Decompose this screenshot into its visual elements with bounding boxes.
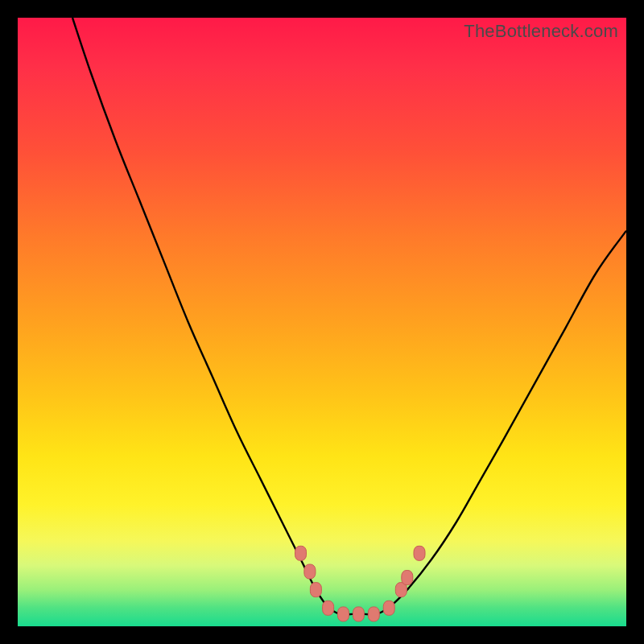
- trough-marker: [304, 564, 316, 579]
- curve-layer: [18, 18, 626, 626]
- trough-marker: [414, 546, 425, 560]
- curve-left-branch: [72, 18, 328, 608]
- trough-marker: [368, 607, 379, 621]
- trough-marker: [295, 546, 307, 560]
- trough-marker: [402, 571, 413, 585]
- chart-frame: TheBottleneck.com: [0, 0, 644, 644]
- plot-area: TheBottleneck.com: [18, 18, 626, 626]
- trough-marker: [353, 607, 364, 621]
- trough-marker: [338, 607, 349, 621]
- trough-markers: [295, 546, 426, 621]
- trough-marker: [383, 601, 394, 615]
- trough-marker: [323, 601, 334, 615]
- trough-marker: [310, 583, 321, 597]
